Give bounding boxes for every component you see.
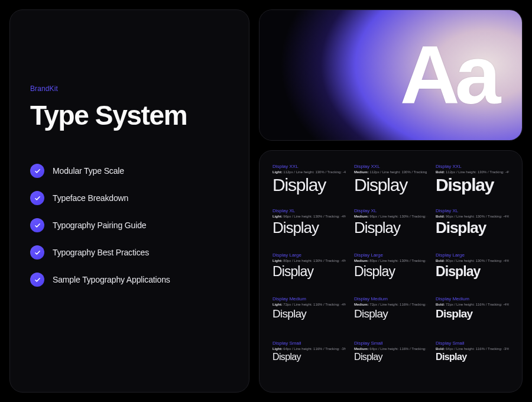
type-scale-cell: Display XXLMedium: 112px / Line height: … bbox=[354, 164, 427, 205]
type-scale-sample: Display bbox=[273, 308, 346, 320]
hero-sample-letters: Aa bbox=[400, 34, 496, 116]
type-hero-card: Aa bbox=[259, 9, 523, 141]
type-scale-cell: Display LargeBold: 80px / Line height: 1… bbox=[436, 252, 509, 293]
type-scale-grid: Display XXLLight: 112px / Line height: 1… bbox=[273, 164, 509, 381]
type-scale-sample: Display bbox=[354, 352, 427, 362]
type-scale-spec: Medium: 72px / Line height: 116% / Track… bbox=[354, 303, 427, 306]
check-icon bbox=[30, 191, 44, 205]
page-title: Type System bbox=[30, 101, 229, 129]
type-scale-name: Display Medium bbox=[436, 296, 509, 302]
type-scale-spec: Light: 112px / Line height: 130% / Track… bbox=[273, 170, 346, 174]
type-scale-name: Display XXL bbox=[354, 164, 427, 169]
type-scale-name: Display XXL bbox=[273, 164, 346, 169]
type-scale-spec: Bold: 80px / Line height: 130% / Trackin… bbox=[436, 259, 509, 262]
type-scale-spec: Light: 72px / Line height: 116% / Tracki… bbox=[273, 303, 346, 306]
feature-item: Sample Typography Applications bbox=[30, 273, 229, 287]
type-scale-sample: Display bbox=[273, 352, 346, 362]
type-scale-cell: Display XXLLight: 112px / Line height: 1… bbox=[273, 164, 346, 205]
type-scale-spec: Bold: 96px / Line height: 130% / Trackin… bbox=[436, 215, 509, 218]
type-scale-cell: Display XXLBold: 112px / Line height: 13… bbox=[436, 164, 509, 205]
type-scale-sample: Display bbox=[354, 176, 427, 194]
type-scale-sample: Display bbox=[354, 308, 427, 320]
type-scale-cell: Display SmallMedium: 64px / Line height:… bbox=[354, 341, 427, 381]
type-scale-spec: Medium: 96px / Line height: 130% / Track… bbox=[354, 215, 427, 218]
check-icon bbox=[30, 218, 44, 232]
feature-label: Modular Type Scale bbox=[53, 166, 124, 176]
type-scale-name: Display Large bbox=[354, 252, 427, 258]
type-scale-sample: Display bbox=[436, 352, 509, 362]
type-scale-sample: Display bbox=[273, 176, 346, 194]
type-scale-sample: Display bbox=[436, 220, 509, 236]
type-scale-spec: Medium: 80px / Line height: 130% / Track… bbox=[354, 259, 427, 262]
type-scale-spec: Light: 96px / Line height: 130% / Tracki… bbox=[273, 215, 346, 218]
type-scale-spec: Medium: 112px / Line height: 130% / Trac… bbox=[354, 170, 427, 174]
type-scale-spec: Medium: 64px / Line height: 116% / Track… bbox=[354, 347, 427, 351]
type-scale-card: Display XXLLight: 112px / Line height: 1… bbox=[259, 150, 523, 393]
type-scale-sample: Display bbox=[436, 264, 509, 278]
type-scale-cell: Display MediumLight: 72px / Line height:… bbox=[273, 296, 346, 337]
type-scale-sample: Display bbox=[354, 220, 427, 236]
type-scale-sample: Display bbox=[436, 308, 509, 320]
type-scale-cell: Display SmallBold: 64px / Line height: 1… bbox=[436, 341, 509, 381]
check-icon bbox=[30, 245, 44, 260]
feature-label: Sample Typography Applications bbox=[53, 275, 170, 284]
type-scale-cell: Display MediumBold: 72px / Line height: … bbox=[436, 296, 509, 337]
type-scale-cell: Display XLBold: 96px / Line height: 130%… bbox=[436, 208, 509, 249]
feature-item: Typography Best Practices bbox=[30, 245, 229, 260]
type-scale-sample: Display bbox=[436, 176, 509, 194]
type-scale-name: Display Small bbox=[354, 341, 427, 346]
type-scale-name: Display XXL bbox=[436, 164, 509, 169]
type-scale-name: Display Small bbox=[273, 341, 346, 346]
type-scale-name: Display XL bbox=[436, 208, 509, 213]
type-scale-cell: Display XLLight: 96px / Line height: 130… bbox=[273, 208, 346, 249]
intro-card: BrandKit Type System Modular Type Scale … bbox=[9, 9, 249, 393]
type-scale-cell: Display LargeLight: 80px / Line height: … bbox=[273, 252, 346, 293]
type-scale-sample: Display bbox=[273, 264, 346, 278]
feature-item: Typography Pairing Guide bbox=[30, 218, 229, 232]
type-scale-name: Display XL bbox=[354, 208, 427, 213]
feature-list: Modular Type Scale Typeface Breakdown Ty… bbox=[30, 164, 229, 287]
feature-label: Typeface Breakdown bbox=[53, 193, 128, 203]
kicker: BrandKit bbox=[30, 85, 229, 93]
feature-label: Typography Pairing Guide bbox=[53, 221, 147, 230]
type-scale-cell: Display XLMedium: 96px / Line height: 13… bbox=[354, 208, 427, 249]
type-scale-spec: Bold: 72px / Line height: 116% / Trackin… bbox=[436, 303, 509, 306]
type-scale-name: Display Medium bbox=[354, 296, 427, 302]
type-scale-cell: Display LargeMedium: 80px / Line height:… bbox=[354, 252, 427, 293]
type-scale-sample: Display bbox=[273, 220, 346, 236]
type-scale-name: Display XL bbox=[273, 208, 346, 213]
feature-item: Typeface Breakdown bbox=[30, 191, 229, 205]
type-scale-spec: Bold: 64px / Line height: 116% / Trackin… bbox=[436, 347, 509, 351]
type-scale-spec: Bold: 112px / Line height: 130% / Tracki… bbox=[436, 170, 509, 174]
type-scale-spec: Light: 64px / Line height: 116% / Tracki… bbox=[273, 347, 346, 351]
type-scale-name: Display Medium bbox=[273, 296, 346, 302]
feature-item: Modular Type Scale bbox=[30, 164, 229, 178]
type-scale-name: Display Small bbox=[436, 341, 509, 346]
type-scale-sample: Display bbox=[354, 264, 427, 278]
check-icon bbox=[30, 164, 44, 178]
type-scale-name: Display Large bbox=[273, 252, 346, 258]
check-icon bbox=[30, 273, 44, 287]
type-scale-cell: Display MediumMedium: 72px / Line height… bbox=[354, 296, 427, 337]
type-scale-name: Display Large bbox=[436, 252, 509, 258]
feature-label: Typography Best Practices bbox=[53, 248, 149, 257]
type-scale-spec: Light: 80px / Line height: 130% / Tracki… bbox=[273, 259, 346, 262]
type-scale-cell: Display SmallLight: 64px / Line height: … bbox=[273, 341, 346, 381]
